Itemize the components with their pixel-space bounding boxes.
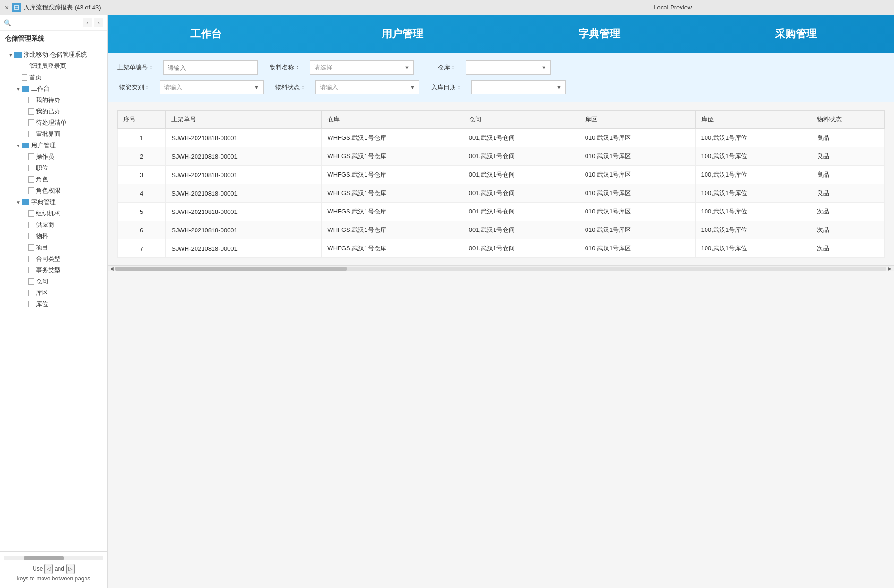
tree-item-org[interactable]: 组织机构 (0, 208, 107, 219)
tree-item-approval[interactable]: 审批界面 (0, 128, 107, 140)
scroll-left-icon[interactable]: ◀ (109, 266, 115, 271)
scroll-thumb (115, 267, 347, 271)
tree-toggle (22, 108, 28, 115)
nav-item-dict-mgmt[interactable]: 字典管理 (501, 17, 698, 51)
cell-num[interactable]: 5 (118, 203, 166, 221)
left-key-icon: ◁ (44, 564, 53, 574)
tree-item-position[interactable]: 职位 (0, 162, 107, 174)
tree-item-home[interactable]: 首页 (0, 72, 107, 83)
nav-next-button[interactable]: › (94, 18, 103, 27)
tree-item-my-done[interactable]: 我的已办 (0, 106, 107, 117)
tree-item-transaction-type[interactable]: 事务类型 (0, 264, 107, 276)
material-status-select[interactable]: 请输入 ▼ (315, 80, 419, 94)
col-header-warehouse: 仓库 (322, 111, 463, 129)
warehouse-select[interactable]: ▼ (466, 60, 551, 75)
cell-num[interactable]: 6 (118, 221, 166, 239)
doc-icon (28, 187, 34, 194)
material-name-select[interactable]: 请选择 ▼ (310, 60, 414, 75)
cell-warehouse: WHFGS,武汉1号仓库 (322, 221, 463, 239)
cell-area: 010,武汉1号库区 (579, 239, 695, 258)
cell-area: 010,武汉1号库区 (579, 129, 695, 147)
tree-label: 库位 (36, 300, 48, 308)
tree-toggle: ▼ (15, 142, 22, 149)
tree-toggle (22, 176, 28, 183)
chevron-down-icon: ▼ (556, 85, 562, 90)
close-icon[interactable]: × (5, 4, 9, 11)
tree-label: 角色 (36, 175, 48, 184)
cell-position: 100,武汉1号库位 (695, 184, 811, 203)
doc-icon (28, 301, 34, 307)
cell-order-no: SJWH-20210818-00001 (166, 129, 322, 147)
tree-item-supplier[interactable]: 供应商 (0, 219, 107, 230)
doc-icon (28, 290, 34, 296)
tree-toggle (22, 165, 28, 171)
page-navigation-hint: Use ◁ and ▷ keys to move between pages (17, 564, 90, 583)
sidebar-horizontal-scroll[interactable] (4, 556, 103, 560)
tree-label: 管理员登录页 (29, 62, 66, 70)
tree-item-user-mgmt[interactable]: ▼ 用户管理 (0, 140, 107, 151)
chevron-down-icon: ▼ (404, 65, 409, 70)
tree-item-pending-list[interactable]: 待处理清单 (0, 117, 107, 128)
scroll-track[interactable] (115, 267, 886, 271)
tree-item-warehouse-room[interactable]: 仓间 (0, 276, 107, 287)
table-row: 3 SJWH-20210818-00001 WHFGS,武汉1号仓库 001,武… (118, 166, 885, 184)
cell-area: 010,武汉1号库区 (579, 221, 695, 239)
col-header-status: 物料状态 (811, 111, 885, 129)
tree-item-login[interactable]: 管理员登录页 (0, 60, 107, 72)
tree-item-warehouse-pos[interactable]: 库位 (0, 298, 107, 310)
doc-icon (22, 63, 27, 69)
sidebar-search-row: 🔍 ‹ › (0, 15, 107, 31)
nav-item-purchase-mgmt[interactable]: 采购管理 (698, 17, 894, 51)
tree-item-my-pending[interactable]: 我的待办 (0, 94, 107, 106)
bottom-horizontal-scroll[interactable]: ◀ ▶ (108, 265, 894, 271)
tree-label: 仓间 (36, 277, 48, 286)
tree-item-operator[interactable]: 操作员 (0, 151, 107, 162)
tree-toggle (22, 256, 28, 262)
cell-num[interactable]: 7 (118, 239, 166, 258)
right-key-icon: ▷ (66, 564, 75, 574)
cell-status: 次品 (811, 239, 885, 258)
cell-num[interactable]: 2 (118, 147, 166, 166)
table-row: 1 SJWH-20210818-00001 WHFGS,武汉1号仓库 001,武… (118, 129, 885, 147)
order-no-input[interactable] (163, 60, 258, 75)
tree-label: 合同类型 (36, 255, 60, 263)
tree-item-dict-mgmt[interactable]: ▼ 字典管理 (0, 196, 107, 208)
cell-room: 001,武汉1号仓间 (463, 129, 579, 147)
tree-item-material[interactable]: 物料 (0, 230, 107, 242)
table-header-row: 序号 上架单号 仓库 仓间 库区 库位 物料状态 (118, 111, 885, 129)
chevron-down-icon: ▼ (410, 85, 415, 90)
tree-item-warehouse-area[interactable]: 库区 (0, 287, 107, 298)
field1-label: 上架单编号： (117, 63, 154, 72)
nav-item-user-mgmt[interactable]: 用户管理 (304, 17, 501, 51)
tree-label: 操作员 (36, 153, 54, 161)
doc-icon (28, 165, 34, 171)
cell-num[interactable]: 1 (118, 129, 166, 147)
sidebar-nav-buttons: ‹ › (83, 18, 103, 27)
doc-icon (28, 210, 34, 217)
tree-label: 组织机构 (36, 209, 60, 218)
tree-item-workspace[interactable]: ▼ 工作台 (0, 83, 107, 94)
cell-status: 良品 (811, 166, 885, 184)
tree-item-role-perm[interactable]: 角色权限 (0, 185, 107, 196)
tree-item-role[interactable]: 角色 (0, 174, 107, 185)
col-header-order-no: 上架单号 (166, 111, 322, 129)
cell-room: 001,武汉1号仓间 (463, 184, 579, 203)
nav-prev-button[interactable]: ‹ (83, 18, 92, 27)
cell-num[interactable]: 4 (118, 184, 166, 203)
nav-item-workspace[interactable]: 工作台 (108, 17, 304, 51)
material-category-select[interactable]: 请输入 ▼ (160, 80, 264, 94)
filter-bar: 上架单编号： 物料名称： 请选择 ▼ 仓库： ▼ 物资类别： (108, 53, 894, 102)
tree-item-contract-type[interactable]: 合同类型 (0, 253, 107, 264)
tree-toggle (22, 222, 28, 228)
scroll-right-icon[interactable]: ▶ (886, 266, 893, 271)
col-header-room: 仓间 (463, 111, 579, 129)
tree-item-project[interactable]: 项目 (0, 242, 107, 253)
cell-num[interactable]: 3 (118, 166, 166, 184)
chevron-down-icon: ▼ (254, 85, 259, 90)
cell-order-no: SJWH-20210818-00001 (166, 203, 322, 221)
inbound-date-select[interactable]: ▼ (471, 80, 566, 94)
report-title: 入库流程跟踪报表 (43 of 43) (24, 3, 456, 12)
tree-label: 我的已办 (36, 107, 60, 116)
tree-item-root[interactable]: ▼ 湖北移动-仓储管理系统 (0, 49, 107, 60)
tree-toggle (22, 187, 28, 194)
